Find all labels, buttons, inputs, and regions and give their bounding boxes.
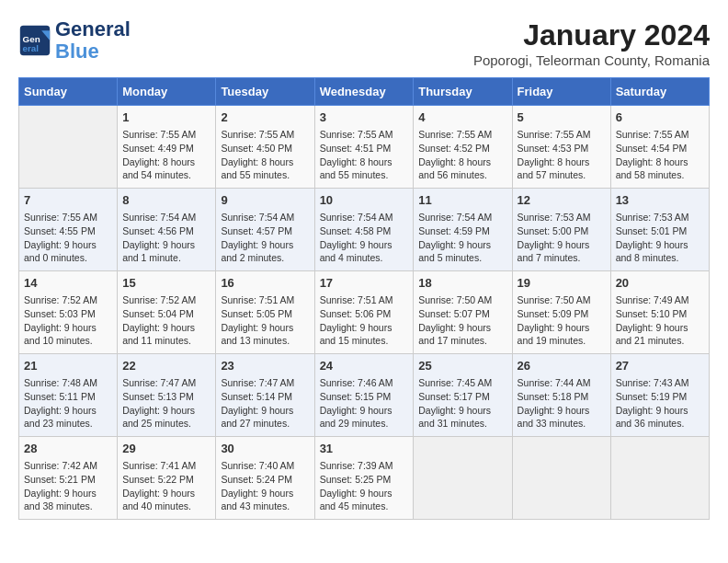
day-number: 13	[616, 192, 704, 209]
day-info: and 21 minutes.	[616, 334, 704, 348]
header-day-monday: Monday	[118, 78, 216, 106]
calendar-cell: 12Sunrise: 7:53 AMSunset: 5:00 PMDayligh…	[512, 189, 610, 271]
day-info: Daylight: 9 hours	[221, 404, 309, 418]
day-info: Sunrise: 7:55 AM	[24, 211, 112, 224]
day-number: 28	[24, 441, 112, 457]
calendar-cell: 4Sunrise: 7:55 AMSunset: 4:52 PMDaylight…	[414, 106, 512, 189]
day-info: Daylight: 9 hours	[320, 404, 409, 418]
day-number: 16	[221, 275, 309, 292]
day-info: Sunrise: 7:39 AM	[320, 459, 409, 473]
day-number: 29	[122, 441, 210, 457]
day-info: and 5 minutes.	[418, 251, 506, 265]
day-info: Sunset: 5:25 PM	[320, 473, 409, 487]
day-info: and 45 minutes.	[320, 500, 409, 513]
day-info: and 19 minutes.	[518, 334, 606, 348]
calendar-cell: 8Sunrise: 7:54 AMSunset: 4:56 PMDaylight…	[118, 189, 216, 271]
day-info: Sunset: 5:15 PM	[320, 390, 409, 404]
calendar-cell: 2Sunrise: 7:55 AMSunset: 4:50 PMDaylight…	[216, 106, 314, 189]
day-info: Sunset: 5:03 PM	[24, 307, 112, 321]
logo-text-blue: Blue	[55, 40, 131, 63]
week-row-5: 28Sunrise: 7:42 AMSunset: 5:21 PMDayligh…	[19, 437, 710, 520]
day-number: 7	[24, 192, 112, 209]
calendar-cell: 29Sunrise: 7:41 AMSunset: 5:22 PMDayligh…	[118, 437, 216, 520]
day-info: Daylight: 9 hours	[122, 321, 210, 335]
day-info: Sunset: 5:18 PM	[518, 390, 606, 404]
day-info: Daylight: 9 hours	[122, 404, 210, 418]
calendar-cell: 5Sunrise: 7:55 AMSunset: 4:53 PMDaylight…	[512, 106, 610, 189]
calendar-cell: 10Sunrise: 7:54 AMSunset: 4:58 PMDayligh…	[314, 189, 414, 271]
day-info: and 31 minutes.	[418, 417, 506, 431]
day-info: and 33 minutes.	[518, 417, 606, 431]
day-info: Daylight: 9 hours	[518, 321, 606, 335]
day-info: Sunset: 4:56 PM	[122, 224, 210, 238]
day-info: and 13 minutes.	[221, 334, 309, 348]
calendar-cell: 11Sunrise: 7:54 AMSunset: 4:59 PMDayligh…	[414, 189, 512, 271]
day-info: Daylight: 9 hours	[122, 487, 210, 500]
calendar-cell: 17Sunrise: 7:51 AMSunset: 5:06 PMDayligh…	[314, 271, 414, 354]
calendar-cell: 15Sunrise: 7:52 AMSunset: 5:04 PMDayligh…	[118, 271, 216, 354]
day-info: Sunset: 5:01 PM	[616, 224, 704, 238]
day-info: and 10 minutes.	[24, 334, 112, 348]
day-info: Sunrise: 7:47 AM	[221, 376, 309, 390]
day-number: 24	[320, 358, 409, 374]
calendar-body: 1Sunrise: 7:55 AMSunset: 4:49 PMDaylight…	[19, 106, 710, 520]
day-info: Sunset: 4:49 PM	[122, 142, 210, 155]
day-info: Daylight: 9 hours	[122, 238, 210, 252]
day-info: Daylight: 8 hours	[320, 155, 409, 169]
calendar-cell: 24Sunrise: 7:46 AMSunset: 5:15 PMDayligh…	[314, 354, 414, 437]
day-info: Daylight: 9 hours	[518, 238, 606, 252]
day-info: Daylight: 9 hours	[418, 238, 506, 252]
day-info: Sunrise: 7:55 AM	[221, 128, 309, 142]
week-row-3: 14Sunrise: 7:52 AMSunset: 5:03 PMDayligh…	[19, 271, 710, 354]
day-info: Daylight: 9 hours	[221, 487, 309, 500]
calendar-cell	[414, 437, 512, 520]
day-info: Sunrise: 7:50 AM	[518, 293, 606, 307]
day-info: Sunrise: 7:53 AM	[616, 211, 704, 224]
calendar-cell: 18Sunrise: 7:50 AMSunset: 5:07 PMDayligh…	[414, 271, 512, 354]
day-number: 26	[518, 358, 606, 374]
day-number: 14	[24, 275, 112, 292]
day-info: Sunrise: 7:44 AM	[518, 376, 606, 390]
day-info: and 56 minutes.	[418, 168, 506, 182]
day-info: and 15 minutes.	[320, 334, 409, 348]
day-number: 21	[24, 358, 112, 374]
day-number: 18	[418, 275, 506, 292]
calendar-cell	[19, 106, 118, 189]
logo-icon: Gen eral	[18, 24, 51, 57]
day-info: Sunset: 5:19 PM	[616, 390, 704, 404]
day-info: Daylight: 8 hours	[616, 155, 704, 169]
week-row-4: 21Sunrise: 7:48 AMSunset: 5:11 PMDayligh…	[19, 354, 710, 437]
day-info: and 57 minutes.	[518, 168, 606, 182]
day-info: and 2 minutes.	[221, 251, 309, 265]
day-number: 11	[418, 192, 506, 209]
day-number: 20	[616, 275, 704, 292]
location-subtitle: Poporogi, Teleorman County, Romania	[473, 52, 710, 68]
calendar-cell: 22Sunrise: 7:47 AMSunset: 5:13 PMDayligh…	[118, 354, 216, 437]
day-info: Sunset: 5:10 PM	[616, 307, 704, 321]
day-info: Daylight: 9 hours	[518, 404, 606, 418]
day-info: Sunrise: 7:55 AM	[122, 128, 210, 142]
day-info: Sunset: 4:52 PM	[418, 142, 506, 155]
day-info: Daylight: 9 hours	[24, 321, 112, 335]
day-number: 6	[616, 109, 704, 126]
calendar-cell: 9Sunrise: 7:54 AMSunset: 4:57 PMDaylight…	[216, 189, 314, 271]
day-number: 27	[616, 358, 704, 374]
month-year-title: January 2024	[473, 18, 710, 52]
day-number: 4	[418, 109, 506, 126]
day-number: 15	[122, 275, 210, 292]
day-info: Sunrise: 7:50 AM	[418, 293, 506, 307]
logo: Gen eral General Blue	[18, 18, 131, 63]
header-day-wednesday: Wednesday	[314, 78, 414, 106]
day-info: Sunset: 5:07 PM	[418, 307, 506, 321]
day-info: Sunset: 5:14 PM	[221, 390, 309, 404]
day-info: Sunset: 5:00 PM	[518, 224, 606, 238]
day-number: 3	[320, 109, 409, 126]
header-day-thursday: Thursday	[414, 78, 512, 106]
calendar-cell: 23Sunrise: 7:47 AMSunset: 5:14 PMDayligh…	[216, 354, 314, 437]
day-number: 10	[320, 192, 409, 209]
day-number: 12	[518, 192, 606, 209]
calendar-cell: 1Sunrise: 7:55 AMSunset: 4:49 PMDaylight…	[118, 106, 216, 189]
calendar-cell: 16Sunrise: 7:51 AMSunset: 5:05 PMDayligh…	[216, 271, 314, 354]
day-info: Sunrise: 7:54 AM	[122, 211, 210, 224]
day-number: 22	[122, 358, 210, 374]
